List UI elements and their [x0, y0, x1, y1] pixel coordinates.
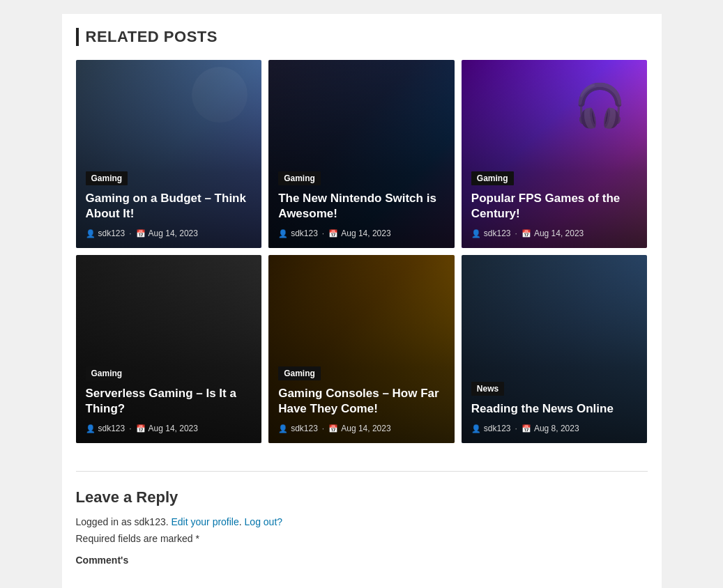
- meta-dot-6: ·: [515, 424, 517, 433]
- user-icon-3: [471, 229, 481, 238]
- user-icon-2: [278, 229, 288, 238]
- post-author-name-2: sdk123: [291, 229, 318, 238]
- post-card-content-3: Gaming Popular FPS Games of the Century!…: [462, 162, 648, 248]
- meta-dot-3: ·: [515, 229, 517, 238]
- leave-reply-title: Leave a Reply: [76, 488, 648, 506]
- post-card-content-2: Gaming The New Nintendo Switch is Awesom…: [268, 162, 455, 248]
- post-meta-1: sdk123 · Aug 14, 2023: [86, 229, 252, 238]
- meta-dot-1: ·: [129, 229, 131, 238]
- comment-label: Comment's: [76, 555, 129, 566]
- post-author-6: sdk123: [471, 424, 511, 433]
- post-title-2: The New Nintendo Switch is Awesome!: [278, 191, 445, 222]
- post-author-name-5: sdk123: [291, 424, 318, 433]
- post-author-4: sdk123: [86, 424, 125, 433]
- post-category-badge-2[interactable]: Gaming: [278, 171, 321, 185]
- post-date-text-4: Aug 14, 2023: [149, 424, 198, 433]
- meta-dot-2: ·: [322, 229, 324, 238]
- post-card-6[interactable]: News Reading the News Online sdk123 · Au…: [462, 255, 648, 443]
- meta-dot-5: ·: [322, 424, 324, 433]
- post-category-badge-5[interactable]: Gaming: [278, 366, 321, 380]
- post-card-2[interactable]: Gaming The New Nintendo Switch is Awesom…: [268, 60, 455, 248]
- post-meta-2: sdk123 · Aug 14, 2023: [278, 229, 445, 238]
- post-card-4[interactable]: Gaming Serverless Gaming – Is It a Thing…: [76, 255, 262, 443]
- required-fields-label: Required fields are marked: [76, 533, 193, 544]
- post-meta-4: sdk123 · Aug 14, 2023: [86, 424, 252, 433]
- post-category-badge-1[interactable]: Gaming: [86, 171, 128, 185]
- post-date-1: Aug 14, 2023: [136, 229, 198, 238]
- post-date-3: Aug 14, 2023: [522, 229, 584, 238]
- post-card-3[interactable]: Gaming Popular FPS Games of the Century!…: [462, 60, 648, 248]
- post-card-5[interactable]: Gaming Gaming Consoles – How Far Have Th…: [268, 255, 455, 443]
- post-author-3: sdk123: [471, 229, 511, 238]
- post-author-1: sdk123: [86, 229, 125, 238]
- leave-reply-section: Leave a Reply Logged in as sdk123. Edit …: [76, 471, 648, 566]
- calendar-icon-4: [136, 424, 146, 433]
- calendar-icon-5: [328, 424, 338, 433]
- user-icon-1: [86, 229, 96, 238]
- post-author-5: sdk123: [278, 424, 318, 433]
- post-date-4: Aug 14, 2023: [136, 424, 198, 433]
- post-title-5: Gaming Consoles – How Far Have They Come…: [278, 386, 445, 417]
- post-date-text-1: Aug 14, 2023: [149, 229, 198, 238]
- calendar-icon-3: [522, 229, 531, 238]
- post-title-1: Gaming on a Budget – Think About It!: [86, 191, 252, 222]
- post-date-text-2: Aug 14, 2023: [341, 229, 390, 238]
- calendar-icon-6: [522, 424, 531, 433]
- post-date-2: Aug 14, 2023: [328, 229, 390, 238]
- post-category-badge-4[interactable]: Gaming: [86, 366, 128, 380]
- post-card-content-6: News Reading the News Online sdk123 · Au…: [462, 372, 648, 443]
- user-icon-5: [278, 424, 288, 433]
- logged-in-label: Logged in as sdk123.: [76, 516, 169, 527]
- post-meta-6: sdk123 · Aug 8, 2023: [471, 424, 638, 433]
- post-card-content-4: Gaming Serverless Gaming – Is It a Thing…: [76, 357, 262, 443]
- post-card-1[interactable]: Gaming Gaming on a Budget – Think About …: [76, 60, 262, 248]
- meta-dot-4: ·: [129, 424, 131, 433]
- calendar-icon-2: [328, 229, 338, 238]
- post-date-text-5: Aug 14, 2023: [341, 424, 390, 433]
- post-author-name-3: sdk123: [484, 229, 511, 238]
- post-author-name-1: sdk123: [98, 229, 125, 238]
- post-date-text-6: Aug 8, 2023: [534, 424, 579, 433]
- calendar-icon-1: [136, 229, 146, 238]
- post-category-badge-3[interactable]: Gaming: [471, 171, 514, 185]
- required-marker: *: [195, 533, 199, 544]
- post-author-name-4: sdk123: [98, 424, 125, 433]
- user-icon-4: [86, 424, 96, 433]
- post-meta-5: sdk123 · Aug 14, 2023: [278, 424, 445, 433]
- required-fields-text: Required fields are marked *: [76, 533, 648, 544]
- post-author-name-6: sdk123: [484, 424, 511, 433]
- post-title-6: Reading the News Online: [471, 401, 638, 417]
- post-date-text-3: Aug 14, 2023: [534, 229, 584, 238]
- related-posts-section: RELATED POSTS Gaming Gaming on a Budget …: [76, 28, 648, 443]
- user-icon-6: [471, 424, 481, 433]
- related-posts-heading: RELATED POSTS: [76, 28, 648, 46]
- post-category-badge-6[interactable]: News: [471, 382, 504, 396]
- post-title-4: Serverless Gaming – Is It a Thing?: [86, 386, 252, 417]
- edit-profile-link[interactable]: Edit your profile: [172, 516, 239, 527]
- post-author-2: sdk123: [278, 229, 318, 238]
- posts-grid: Gaming Gaming on a Budget – Think About …: [76, 60, 648, 443]
- post-card-content-1: Gaming Gaming on a Budget – Think About …: [76, 162, 262, 248]
- post-meta-3: sdk123 · Aug 14, 2023: [471, 229, 638, 238]
- post-date-5: Aug 14, 2023: [328, 424, 390, 433]
- post-card-content-5: Gaming Gaming Consoles – How Far Have Th…: [268, 357, 455, 443]
- logout-link[interactable]: Log out?: [245, 516, 283, 527]
- post-date-6: Aug 8, 2023: [522, 424, 579, 433]
- post-title-3: Popular FPS Games of the Century!: [471, 191, 638, 222]
- logged-in-text: Logged in as sdk123. Edit your profile. …: [76, 516, 648, 527]
